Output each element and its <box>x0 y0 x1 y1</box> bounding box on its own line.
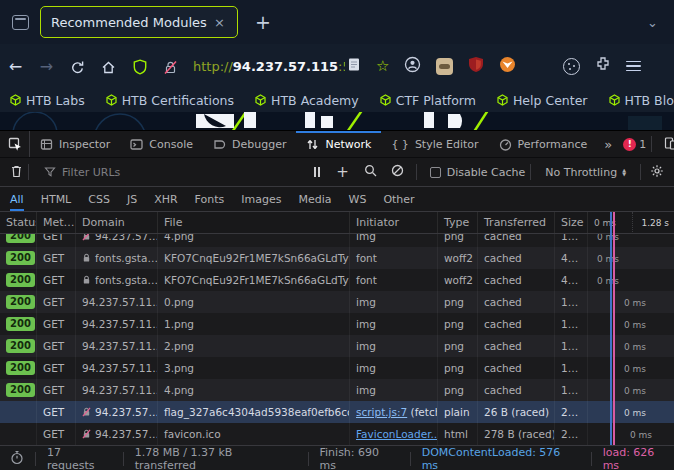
tab-performance[interactable]: Performance <box>489 131 598 157</box>
home-button[interactable] <box>93 57 124 76</box>
filter-fonts[interactable]: Fonts <box>195 187 225 211</box>
col-status[interactable]: Status <box>0 212 37 233</box>
htb-cube-icon <box>10 94 21 106</box>
list-tabs-chevron-icon[interactable]: ⌄ <box>647 15 658 30</box>
foxyproxy-icon[interactable] <box>499 56 516 77</box>
search-button[interactable] <box>364 164 377 180</box>
col-waterfall[interactable]: 0 ms 1.28 s <box>588 212 674 233</box>
col-file[interactable]: File <box>158 212 350 233</box>
bookmark-htb-labs[interactable]: HTB Labs <box>10 93 85 108</box>
filter-css[interactable]: CSS <box>88 187 110 211</box>
filter-html[interactable]: HTML <box>41 187 72 211</box>
htb-cube-icon <box>106 94 117 106</box>
forward-button[interactable]: → <box>31 57 62 76</box>
browser-tab[interactable]: Recommended Modules × <box>40 6 238 38</box>
network-status-bar: 17 requests 1.78 MB / 1.37 kB transferre… <box>0 445 674 470</box>
table-row[interactable]: 200 GET 94.237.57.11… 3.png img png cach… <box>0 357 674 379</box>
table-row[interactable]: 200 GET 94.237.57.11… 4.png img png cach… <box>0 379 674 401</box>
status-badge: 200 <box>6 273 35 287</box>
tab-inspector[interactable]: Inspector <box>30 131 120 157</box>
table-row[interactable]: 200 GET 94.237.57.11… 0.png img png cach… <box>0 291 674 313</box>
network-settings-button[interactable] <box>650 164 664 181</box>
ublock-origin-icon[interactable] <box>468 56 484 77</box>
tab-console[interactable]: Console <box>120 131 203 157</box>
insecure-connection-button[interactable] <box>155 57 186 76</box>
table-row[interactable]: 200 GET 94.237.57.11… 2.png img png cach… <box>0 335 674 357</box>
responsive-design-button[interactable] <box>659 136 674 153</box>
insecure-lock-icon <box>82 234 91 241</box>
disable-cache-checkbox[interactable] <box>430 167 441 178</box>
filter-media[interactable]: Media <box>298 187 331 211</box>
filter-images[interactable]: Images <box>241 187 281 211</box>
bookmark-htb-certifications[interactable]: HTB Certifications <box>106 93 234 108</box>
nav-right-icons: ☆ <box>347 56 641 77</box>
status-badge: 200 <box>6 234 35 243</box>
pause-traffic-button[interactable] <box>314 167 321 177</box>
table-row[interactable]: 200 GET fonts.gsta… KFO7CnqEu92Fr1ME7kSn… <box>0 269 674 291</box>
funnel-icon <box>44 166 56 178</box>
htb-cube-icon <box>609 94 620 106</box>
account-button[interactable] <box>404 56 421 77</box>
col-size[interactable]: Size <box>555 212 588 233</box>
more-tools-chevrons[interactable]: » <box>597 137 619 152</box>
new-tab-button[interactable]: + <box>255 13 271 32</box>
col-transferred[interactable]: Transferred <box>478 212 555 233</box>
block-request-button[interactable] <box>391 164 404 180</box>
clear-requests-button[interactable] <box>10 164 23 181</box>
extension-purple-gem-icon[interactable] <box>531 58 548 75</box>
filter-js[interactable]: JS <box>127 187 137 211</box>
back-button[interactable]: ← <box>0 57 31 76</box>
close-tab-icon[interactable]: × <box>212 15 227 30</box>
col-method[interactable]: Met… <box>37 212 76 233</box>
initiator-link[interactable]: FaviconLoader.… <box>356 428 438 440</box>
pick-element-button[interactable] <box>0 131 30 157</box>
pick-element-icon <box>8 137 22 151</box>
tab-network[interactable]: Network <box>296 131 381 157</box>
table-row[interactable]: 200 GET 94.237.57… 4.png img png cached … <box>0 234 674 247</box>
initiator-link[interactable]: script.js:7 <box>356 406 407 418</box>
filter-xhr[interactable]: XHR <box>154 187 177 211</box>
bookmark-ctf-platform[interactable]: CTF Platform <box>380 93 476 108</box>
updown-arrows-icon: ▲▼ <box>622 168 626 177</box>
bookmark-htb-blog[interactable]: HTB Blog <box>609 93 674 108</box>
new-request-button[interactable]: + <box>336 163 349 181</box>
tab-debugger[interactable]: Debugger <box>203 131 296 157</box>
performance-analysis-button[interactable] <box>10 450 24 468</box>
extension-raccoon-icon[interactable] <box>436 58 453 75</box>
table-row[interactable]: 200 GET fonts.gsta… KFO7CnqEu92Fr1ME7kSn… <box>0 247 674 269</box>
col-type[interactable]: Type <box>438 212 478 233</box>
col-domain[interactable]: Domain <box>76 212 158 233</box>
filter-other[interactable]: Other <box>383 187 414 211</box>
tracking-protection-button[interactable] <box>124 57 155 76</box>
table-row[interactable]: 200 GET 94.237.57.11… 1.png img png cach… <box>0 313 674 335</box>
throttling-select[interactable]: No Throttling ▲▼ <box>545 166 626 179</box>
reader-mode-button[interactable] <box>347 57 361 76</box>
filter-all[interactable]: All <box>10 187 24 211</box>
dom-content-loaded-time: DOMContentLoaded: 576 ms <box>422 446 580 470</box>
gear-icon <box>650 164 664 178</box>
extensions-puzzle-icon[interactable] <box>595 56 611 76</box>
lock-slash-icon <box>163 60 178 75</box>
filter-ws[interactable]: WS <box>349 187 367 211</box>
request-table: Status Met… Domain File Initiator Type T… <box>0 212 674 445</box>
firefox-view-icon[interactable] <box>12 15 29 30</box>
url-bar[interactable]: http://94.237.57.115:556 <box>193 59 345 74</box>
bookmark-star-icon[interactable]: ☆ <box>376 59 389 74</box>
menu-hamburger-icon[interactable] <box>626 61 641 72</box>
table-row-flag-selected[interactable]: GET 94.237.57… flag_327a6c4304ad5938eaf0… <box>0 401 674 423</box>
debugger-icon <box>213 138 226 151</box>
page-icon <box>347 57 361 72</box>
status-badge: 200 <box>6 339 35 353</box>
filter-urls-input[interactable]: Filter URLs <box>44 166 120 179</box>
tab-style-editor[interactable]: { } Style Editor <box>381 131 488 157</box>
reload-button[interactable] <box>62 57 93 76</box>
finish-time: Finish: 690 ms <box>320 446 399 470</box>
bookmark-htb-academy[interactable]: HTB Academy <box>255 93 359 108</box>
bookmark-help-center[interactable]: Help Center <box>497 93 588 108</box>
cookie-editor-icon[interactable] <box>563 58 580 75</box>
secure-lock-icon <box>82 253 91 263</box>
table-row[interactable]: GET 94.237.57… favicon.ico FaviconLoader… <box>0 423 674 445</box>
col-initiator[interactable]: Initiator <box>350 212 438 233</box>
error-badge[interactable]: ! 1 <box>623 138 646 151</box>
browser-window: Recommended Modules × + ⌄ ← → http://94.… <box>0 0 674 470</box>
